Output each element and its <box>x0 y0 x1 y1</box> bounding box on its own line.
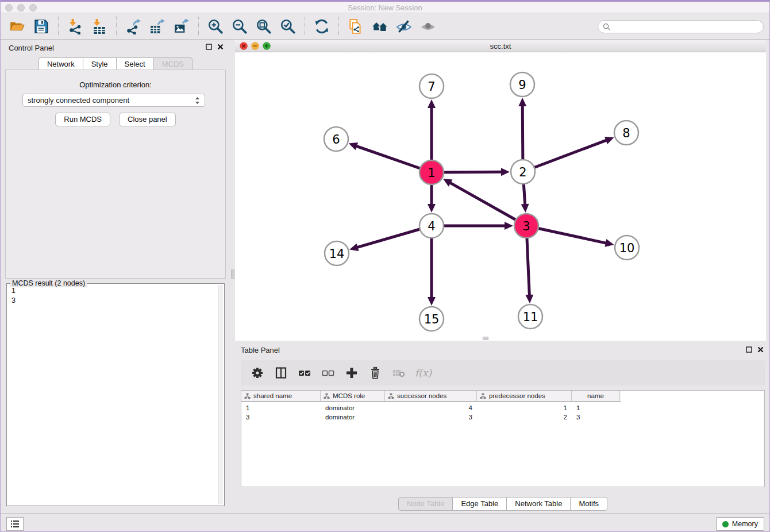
cell-successor-nodes[interactable]: 4 <box>385 404 477 413</box>
splitter-handle[interactable] <box>231 269 234 279</box>
graph-edge-arrowhead <box>605 137 614 144</box>
toolbar-separator <box>338 17 339 36</box>
search-icon <box>603 23 610 30</box>
cell-name[interactable]: 1 <box>572 404 620 413</box>
gear-button[interactable] <box>250 365 265 380</box>
tab-network-table[interactable]: Network Table <box>506 497 571 511</box>
zoom-selected-button[interactable] <box>279 18 297 35</box>
columns-button[interactable] <box>274 365 288 380</box>
graph-node-label: 15 <box>424 313 440 326</box>
search-field[interactable] <box>598 20 764 33</box>
zoom-fit-button[interactable] <box>255 18 272 35</box>
graph-edge[interactable] <box>449 182 526 226</box>
tab-node-table[interactable]: Node Table <box>398 497 453 511</box>
mcds-result-text[interactable]: 1 3 <box>8 286 217 504</box>
export-table-button[interactable] <box>149 18 166 35</box>
columns-icon <box>275 367 287 379</box>
cell-predecessor-nodes[interactable]: 2 <box>477 413 572 422</box>
column-header-shared-name[interactable]: shared name <box>241 391 321 401</box>
network-canvas[interactable]: 7968124314101511 <box>235 52 766 341</box>
toolbar-separator <box>305 17 305 36</box>
first-neighbors-button[interactable] <box>347 18 364 35</box>
table-row[interactable]: 1 dominator 4 1 1 <box>241 404 764 413</box>
window-title: Session: New Session <box>1 3 769 12</box>
optimization-criterion-label: Optimization criterion: <box>6 80 225 89</box>
cell-successor-nodes[interactable]: 3 <box>385 413 477 422</box>
toolbar-separator <box>198 17 199 36</box>
select-all-button[interactable] <box>297 365 312 380</box>
graph-node-label: 3 <box>522 219 530 233</box>
zoom-in-button[interactable] <box>207 18 224 35</box>
first-neighbors-icon <box>348 18 364 34</box>
tab-edge-table[interactable]: Edge Table <box>452 497 507 511</box>
optimization-criterion-value: strongly connected component <box>28 96 129 105</box>
open-session-button[interactable] <box>9 18 26 35</box>
import-network-icon <box>67 18 83 34</box>
column-header-mcds-role[interactable]: MCDS role <box>321 391 385 401</box>
add-column-icon <box>345 367 358 379</box>
column-header-successor-nodes[interactable]: successor nodes <box>385 391 477 401</box>
export-network-button[interactable] <box>125 18 142 35</box>
graph-node-label: 1 <box>428 166 435 180</box>
graph-edge-arrowhead <box>521 204 529 213</box>
export-image-button[interactable] <box>173 18 190 35</box>
cell-shared-name[interactable]: 3 <box>241 413 321 422</box>
float-panel-icon[interactable] <box>206 44 212 50</box>
splitter-handle[interactable] <box>483 337 488 340</box>
cell-mcds-role[interactable]: dominator <box>321 413 385 422</box>
show-all-button[interactable] <box>419 18 437 35</box>
graph-edge-arrowhead <box>428 204 436 213</box>
cell-predecessor-nodes[interactable]: 1 <box>477 404 572 413</box>
home-icon <box>371 18 388 34</box>
save-session-button[interactable] <box>33 18 50 35</box>
trash-icon <box>369 367 382 379</box>
show-all-icon <box>419 18 437 34</box>
run-mcds-button[interactable]: Run MCDS <box>55 113 110 126</box>
search-input[interactable] <box>613 23 759 31</box>
hide-selected-button[interactable] <box>395 18 413 35</box>
import-network-button[interactable] <box>67 18 84 35</box>
zoom-out-button[interactable] <box>231 18 248 35</box>
delete-table-button[interactable] <box>391 365 406 380</box>
optimization-criterion-select[interactable]: strongly connected component <box>22 94 205 107</box>
network-graph[interactable]: 7968124314101511 <box>235 52 766 341</box>
control-panel: Control Panel Network Style Select MCDS … <box>1 40 230 513</box>
refresh-button[interactable] <box>313 18 330 35</box>
node-table: shared name MCDS role successor nodes pr… <box>241 390 765 487</box>
column-header-predecessor-nodes[interactable]: predecessor nodes <box>477 391 572 401</box>
export-network-icon <box>125 18 141 34</box>
table-panel: Table Panel <box>235 341 770 513</box>
network-window-titlebar[interactable]: scc.txt <box>235 40 766 52</box>
close-panel-icon[interactable] <box>217 44 224 50</box>
result-scrollbar[interactable] <box>218 285 223 504</box>
graph-edge-arrowhead <box>428 99 436 108</box>
close-panel-button[interactable]: Close panel <box>119 113 176 126</box>
cell-mcds-role[interactable]: dominator <box>321 404 385 413</box>
deselect-all-button[interactable] <box>321 365 336 380</box>
open-session-icon <box>9 18 25 34</box>
cell-name[interactable]: 3 <box>572 413 620 422</box>
chevron-updown-icon <box>195 97 200 105</box>
graph-edge[interactable] <box>523 140 607 172</box>
delete-column-button[interactable] <box>368 365 383 380</box>
column-type-icon <box>244 393 251 399</box>
function-builder-button[interactable]: f(x) <box>415 365 432 380</box>
zoom-out-icon <box>232 18 248 34</box>
add-column-button[interactable] <box>344 365 359 380</box>
task-history-button[interactable] <box>6 517 24 531</box>
vertical-splitter[interactable] <box>230 40 235 513</box>
tab-motifs[interactable]: Motifs <box>570 497 607 511</box>
cell-shared-name[interactable]: 1 <box>241 404 321 413</box>
mcds-result-group: MCDS result (2 nodes) 1 3 <box>6 283 225 506</box>
table-row[interactable]: 3 dominator 3 2 3 <box>241 413 764 422</box>
float-panel-icon[interactable] <box>746 346 752 353</box>
titlebar: Session: New Session <box>1 2 769 13</box>
memory-status-icon <box>722 521 729 527</box>
close-panel-icon[interactable] <box>757 346 764 353</box>
column-header-name[interactable]: name <box>572 391 620 401</box>
zoom-in-icon <box>207 18 224 34</box>
graph-edge-arrowhead <box>505 222 513 230</box>
import-table-button[interactable] <box>91 18 108 35</box>
home-button[interactable] <box>371 18 388 35</box>
memory-button[interactable]: Memory <box>716 517 764 531</box>
